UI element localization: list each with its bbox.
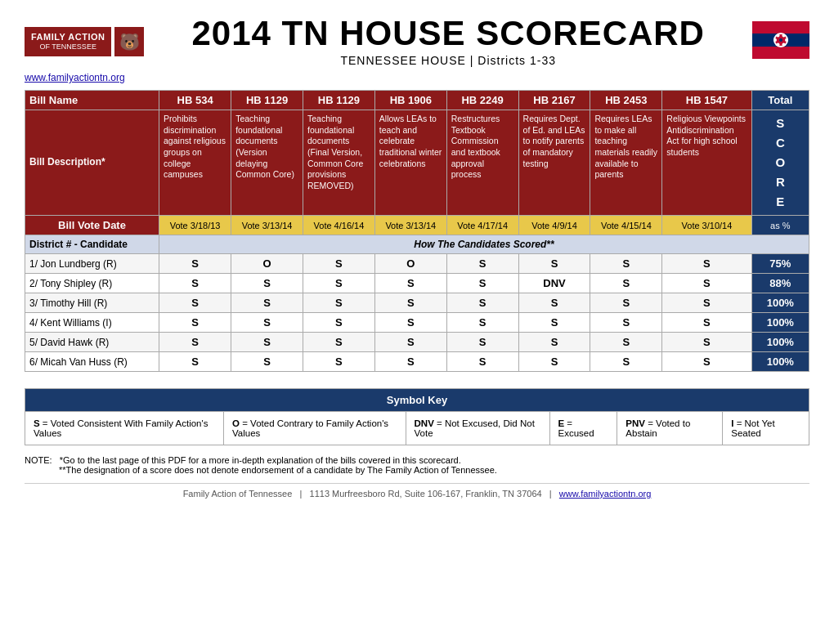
vote-date-hb534: Vote 3/18/13 <box>159 216 231 235</box>
footer: Family Action of Tennessee | 1113 Murfre… <box>25 483 809 499</box>
score-1-3: S <box>303 254 375 274</box>
scorecard-table: Bill Name HB 534 HB 1129 HB 1129 HB 1906… <box>25 90 809 372</box>
score-6-3: S <box>303 352 375 372</box>
sub-title: TENNESSEE HOUSE | Districts 1-33 <box>144 54 752 67</box>
symbol-i-cell: I = Not Yet Seated <box>723 412 809 445</box>
total-5: 100% <box>751 333 809 352</box>
symbol-o-cell: O = Voted Contrary to Family Action's Va… <box>224 412 406 445</box>
score-4-1: S <box>159 313 231 333</box>
note-line2: **The designation of a score does not de… <box>25 465 809 475</box>
bill-desc-hb2167: Requires Dept. of Ed. and LEAs to notify… <box>518 110 590 216</box>
symbol-key-header-row: Symbol Key <box>25 389 809 412</box>
symbol-key-title: Symbol Key <box>25 389 809 412</box>
bill-desc-hb1129a: Teaching foundational documents (Version… <box>231 110 303 216</box>
score-5-4: S <box>374 333 446 352</box>
candidate-row-1: 1/ Jon Lundberg (R) S O S O S S S S 75% <box>25 254 809 274</box>
score-1-8: S <box>662 254 751 274</box>
candidate-name-3: 3/ Timothy Hill (R) <box>25 293 159 313</box>
candidate-name-2: 2/ Tony Shipley (R) <box>25 274 159 293</box>
vote-date-hb1129b: Vote 4/16/14 <box>303 216 375 235</box>
candidate-name-1: 1/ Jon Lundberg (R) <box>25 254 159 274</box>
candidate-row-4: 4/ Kent Williams (I) S S S S S S S S 100… <box>25 313 809 333</box>
score-4-6: S <box>518 313 590 333</box>
score-2-4: S <box>374 274 446 293</box>
vote-date-hb1129a: Vote 3/13/14 <box>231 216 303 235</box>
score-4-5: S <box>446 313 518 333</box>
bill-hb1547-header: HB 1547 <box>662 91 751 110</box>
score-1-6: S <box>518 254 590 274</box>
score-1-7: S <box>590 254 662 274</box>
score-2-6: DNV <box>518 274 590 293</box>
score-2-5: S <box>446 274 518 293</box>
symbol-pnv-cell: PNV = Voted to Abstain <box>617 412 723 445</box>
score-5-6: S <box>518 333 590 352</box>
logo-bear-icon: 🐻 <box>114 27 144 56</box>
note-line1: NOTE: *Go to the last page of this PDF f… <box>25 455 809 465</box>
svg-point-10 <box>782 43 786 47</box>
footer-text: Family Action of Tennessee | 1113 Murfre… <box>183 489 652 499</box>
bill-hb2249-header: HB 2249 <box>446 91 518 110</box>
score-1-2: O <box>231 254 303 274</box>
score-5-2: S <box>231 333 303 352</box>
score-6-5: S <box>446 352 518 372</box>
logo-text: FAMILY ACTION OF TENNESSEE <box>25 27 111 56</box>
vote-date-label: Bill Vote Date <box>25 216 159 235</box>
website-link[interactable]: www.familyactiontn.org <box>25 72 809 83</box>
logo-line1: FAMILY ACTION <box>31 32 105 42</box>
tn-flag-icon <box>752 21 809 59</box>
score-3-7: S <box>590 293 662 313</box>
bill-hb1129a-header: HB 1129 <box>231 91 303 110</box>
score-2-2: S <box>231 274 303 293</box>
score-3-5: S <box>446 293 518 313</box>
bill-desc-hb1906: Allows LEAs to teach and celebrate tradi… <box>374 110 446 216</box>
symbol-key-table: Symbol Key S = Voted Consistent With Fam… <box>25 388 809 445</box>
district-candidate-label: District # - Candidate <box>25 235 159 254</box>
as-pct-label: as % <box>751 216 809 235</box>
candidate-row-2: 2/ Tony Shipley (R) S S S S S DNV S S 88… <box>25 274 809 293</box>
bill-hb1906-header: HB 1906 <box>374 91 446 110</box>
footer-link[interactable]: www.familyactiontn.org <box>559 489 652 499</box>
svg-point-4 <box>779 38 782 42</box>
score-5-1: S <box>159 333 231 352</box>
logo-area: FAMILY ACTION OF TENNESSEE 🐻 <box>25 27 144 56</box>
svg-point-5 <box>773 38 777 42</box>
total-header: Total <box>751 91 809 110</box>
score-1-5: S <box>446 254 518 274</box>
candidate-row-3: 3/ Timothy Hill (R) S S S S S S S S 100% <box>25 293 809 313</box>
page-header: FAMILY ACTION OF TENNESSEE 🐻 2014 TN HOU… <box>25 16 809 67</box>
score-6-8: S <box>662 352 751 372</box>
bill-hb2453-header: HB 2453 <box>590 91 662 110</box>
score-3-4: S <box>374 293 446 313</box>
total-6: 100% <box>751 352 809 372</box>
symbol-e-cell: E = Excused <box>549 412 617 445</box>
score-3-6: S <box>518 293 590 313</box>
score-4-2: S <box>231 313 303 333</box>
score-2-7: S <box>590 274 662 293</box>
score-letters: S C O R E <box>756 114 805 212</box>
vote-date-hb2167: Vote 4/9/14 <box>518 216 590 235</box>
score-6-6: S <box>518 352 590 372</box>
score-6-2: S <box>231 352 303 372</box>
svg-point-8 <box>782 34 786 38</box>
score-1-4: O <box>374 254 446 274</box>
score-4-8: S <box>662 313 751 333</box>
main-title: 2014 TN HOUSE SCORECARD <box>144 16 752 51</box>
score-3-8: S <box>662 293 751 313</box>
score-3-1: S <box>159 293 231 313</box>
total-3: 100% <box>751 293 809 313</box>
score-5-7: S <box>590 333 662 352</box>
score-5-3: S <box>303 333 375 352</box>
bill-desc-hb534: Prohibits discrimination against religio… <box>159 110 231 216</box>
score-2-3: S <box>303 274 375 293</box>
score-2-1: S <box>159 274 231 293</box>
bill-hb534-header: HB 534 <box>159 91 231 110</box>
title-area: 2014 TN HOUSE SCORECARD TENNESSEE HOUSE … <box>144 16 752 67</box>
svg-point-6 <box>785 38 788 42</box>
bill-desc-hb1129b: Teaching foundational documents (Final V… <box>303 110 375 216</box>
vote-date-hb2453: Vote 4/15/14 <box>590 216 662 235</box>
total-4: 100% <box>751 313 809 333</box>
candidate-name-6: 6/ Micah Van Huss (R) <box>25 352 159 372</box>
how-scored-label: How The Candidates Scored** <box>159 235 809 254</box>
bill-desc-hb2249: Restructures Textbook Commission and tex… <box>446 110 518 216</box>
vote-date-hb2249: Vote 4/17/14 <box>446 216 518 235</box>
